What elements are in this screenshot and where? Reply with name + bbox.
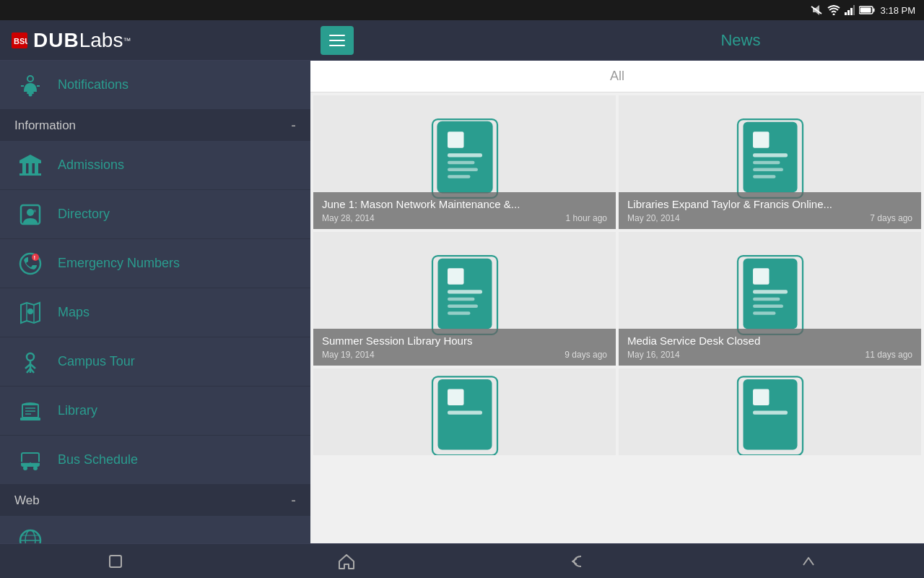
sidebar-item-label-maps: Maps	[58, 305, 90, 320]
news-card-5[interactable]	[313, 368, 616, 455]
svg-point-11	[27, 76, 33, 82]
news-card-4-date: May 16, 2014	[627, 350, 680, 360]
sidebar-item-label-bus-schedule: Bus Schedule	[58, 452, 138, 467]
svg-rect-76	[753, 268, 770, 285]
svg-point-48	[25, 530, 35, 544]
news-card-2-title: Libraries Expand Taylor & Francis Online…	[627, 198, 912, 210]
svg-rect-72	[448, 304, 478, 308]
sidebar-item-label-campus-tour: Campus Tour	[58, 354, 135, 369]
filter-bar: All	[310, 61, 924, 92]
back-icon	[568, 552, 587, 571]
page-title: News	[601, 31, 881, 50]
svg-rect-2	[845, 12, 847, 15]
svg-rect-58	[448, 175, 471, 178]
recent-apps-icon	[107, 553, 124, 570]
logo-tm: ™	[123, 36, 131, 45]
nav-square-button[interactable]	[94, 547, 137, 576]
news-card-2-date: May 20, 2014	[627, 213, 680, 223]
sidebar-item-library[interactable]: Library	[0, 387, 310, 436]
nav-back-button[interactable]	[556, 547, 599, 576]
notifications-icon	[14, 69, 46, 101]
section-title-web: Web	[14, 493, 40, 508]
news-card-1-ago: 1 hour ago	[566, 213, 607, 223]
bus-schedule-icon	[14, 444, 46, 476]
svg-rect-88	[753, 411, 788, 415]
svg-rect-56	[448, 160, 475, 164]
status-bar: 3:18 PM	[0, 0, 924, 20]
top-bar: BSU DUB Labs ™ News	[0, 20, 924, 61]
svg-point-13	[29, 92, 32, 96]
svg-rect-65	[753, 168, 783, 171]
top-center	[310, 26, 601, 55]
sidebar-item-emergency-numbers[interactable]: ! Emergency Numbers	[0, 239, 310, 288]
news-card-1[interactable]: June 1: Mason Network Maintenance &... M…	[313, 95, 616, 229]
sidebar-item-admissions[interactable]: Admissions	[0, 141, 310, 190]
sidebar-item-maps[interactable]: Maps	[0, 288, 310, 337]
news-card-4[interactable]: Media Service Desk Closed May 16, 2014 1…	[619, 232, 921, 366]
logo-labs: Labs	[79, 29, 123, 52]
news-card-1-overlay: June 1: Mason Network Maintenance &... M…	[313, 192, 616, 229]
news-card-5-image	[313, 368, 616, 455]
sidebar-item-campus-tour[interactable]: Campus Tour	[0, 337, 310, 387]
svg-point-22	[33, 210, 36, 212]
filter-all-label[interactable]: All	[610, 69, 624, 84]
svg-rect-64	[753, 160, 780, 164]
nav-up-button[interactable]	[787, 547, 830, 576]
news-card-6-image	[619, 368, 921, 455]
section-header-web: Web -	[0, 485, 310, 516]
svg-rect-16	[22, 163, 26, 173]
news-card-3-overlay: Summer Session Library Hours May 19, 201…	[313, 329, 616, 366]
sidebar-item-bus-schedule[interactable]: Bus Schedule	[0, 436, 310, 485]
campus-tour-icon	[14, 346, 46, 378]
nav-home-button[interactable]	[325, 547, 368, 576]
svg-rect-3	[847, 10, 850, 15]
admissions-icon	[14, 150, 46, 181]
svg-text:!: !	[34, 254, 36, 261]
wifi-icon	[827, 5, 840, 15]
news-card-3-date: May 19, 2014	[322, 350, 375, 360]
news-card-3[interactable]: Summer Session Library Hours May 19, 201…	[313, 232, 616, 366]
hamburger-line-2	[329, 40, 345, 41]
sidebar-item-notifications[interactable]: Notifications	[0, 61, 310, 110]
news-card-2[interactable]: Libraries Expand Taylor & Francis Online…	[619, 95, 921, 229]
time-display: 3:18 PM	[881, 5, 915, 16]
svg-rect-63	[753, 153, 788, 157]
svg-rect-55	[448, 153, 482, 157]
svg-point-30	[27, 353, 34, 361]
content-area: All	[310, 61, 924, 543]
news-card-6[interactable]	[619, 368, 921, 455]
app-logo: BSU DUB Labs ™	[0, 29, 310, 52]
svg-rect-4	[850, 8, 853, 15]
hamburger-line-1	[329, 35, 345, 36]
battery-icon	[859, 6, 875, 14]
sidebar-item-web-partial[interactable]	[0, 516, 310, 543]
hamburger-line-3	[329, 45, 345, 46]
news-card-3-title: Summer Session Library Hours	[322, 335, 607, 347]
status-icons	[810, 5, 875, 15]
svg-rect-19	[19, 173, 41, 176]
sidebar: Notifications Information - Admissions	[0, 61, 310, 543]
news-card-4-title: Media Service Desk Closed	[627, 335, 912, 347]
hamburger-button[interactable]	[321, 26, 354, 55]
svg-rect-71	[448, 297, 475, 301]
svg-rect-89	[110, 556, 121, 567]
svg-rect-66	[753, 175, 776, 178]
svg-text:BSU: BSU	[14, 37, 27, 46]
svg-point-1	[832, 14, 834, 16]
sidebar-item-label-directory: Directory	[58, 207, 110, 222]
news-card-1-date: May 28, 2014	[322, 213, 375, 223]
up-icon	[799, 552, 818, 571]
section-collapse-web[interactable]: -	[291, 492, 296, 509]
section-header-information: Information -	[0, 110, 310, 141]
sidebar-item-label-library: Library	[58, 403, 97, 418]
svg-point-44	[33, 466, 38, 470]
news-card-2-overlay: Libraries Expand Taylor & Francis Online…	[619, 192, 921, 229]
svg-rect-17	[29, 163, 32, 173]
news-card-2-ago: 7 days ago	[870, 213, 912, 223]
section-collapse-information[interactable]: -	[291, 117, 296, 134]
news-card-1-title: June 1: Mason Network Maintenance &...	[322, 198, 607, 210]
svg-rect-87	[753, 389, 770, 406]
maps-icon	[14, 297, 46, 329]
sidebar-item-directory[interactable]: Directory	[0, 190, 310, 239]
web-icon	[14, 525, 46, 544]
